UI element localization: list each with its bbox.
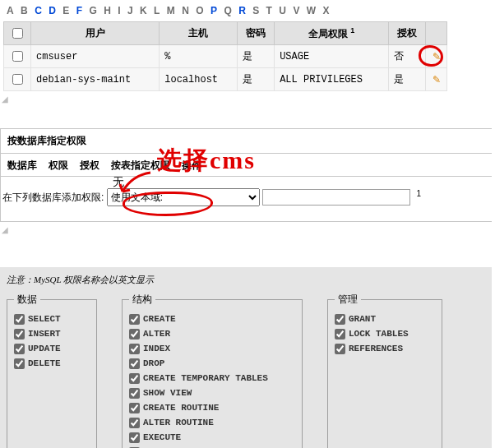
priv-item[interactable]: LOCK TABLES <box>335 326 433 341</box>
db-priv-section: 按数据库指定权限 数据库权限授权按表指定权限操作 无 在下列数据库添加权限: 使… <box>0 128 492 222</box>
alphabet-letter-e: E <box>62 5 69 16</box>
cell-password: 是 <box>238 45 275 68</box>
cell-password: 是 <box>238 68 275 91</box>
table-row: cmsuser%是USAGE否✎ <box>4 45 447 68</box>
alphabet-letter-l: L <box>154 5 160 16</box>
priv-group-data: 数据SELECTINSERTUPDATEDELETE <box>7 293 97 448</box>
db-priv-tab[interactable]: 授权 <box>80 159 99 173</box>
alphabet-letter-p[interactable]: P <box>210 5 217 16</box>
priv-checkbox[interactable] <box>335 314 345 325</box>
priv-item[interactable]: EXECUTE <box>129 430 294 445</box>
cell-user: cmsuser <box>31 45 160 68</box>
users-header-global: 全局权限 1 <box>275 22 389 45</box>
row-checkbox[interactable] <box>12 74 23 85</box>
priv-item[interactable]: GRANT <box>335 312 433 326</box>
priv-label: CREATE ROUTINE <box>143 400 219 415</box>
alphabet-letter-b: B <box>21 5 28 16</box>
priv-label: REFERENCES <box>349 341 403 356</box>
alphabet-letter-w: W <box>307 5 316 16</box>
db-priv-select[interactable]: 使用文本域: <box>107 188 260 206</box>
db-priv-tab[interactable]: 数据库 <box>7 159 37 173</box>
priv-label: EXECUTE <box>143 430 181 445</box>
priv-item[interactable]: SHOW VIEW <box>129 386 294 400</box>
priv-checkbox[interactable] <box>14 314 25 325</box>
edit-icon[interactable]: ✎ <box>433 74 441 85</box>
alphabet-letter-m: M <box>167 5 175 16</box>
cell-host: localhost <box>160 68 238 91</box>
alphabet-letter-x: X <box>323 5 330 16</box>
alphabet-letter-f[interactable]: F <box>76 5 82 16</box>
db-priv-text-input[interactable] <box>262 189 410 206</box>
db-priv-tab[interactable]: 权限 <box>49 159 68 173</box>
priv-label: DELETE <box>28 356 61 371</box>
users-header-select <box>4 22 31 45</box>
priv-checkbox[interactable] <box>129 314 140 325</box>
db-priv-add-label: 在下列数据库添加权限: <box>1 191 104 205</box>
priv-group-title: 数据 <box>14 293 40 307</box>
priv-checkbox[interactable] <box>14 344 25 354</box>
priv-label: ALTER ROUTINE <box>143 415 214 430</box>
db-priv-tab[interactable]: 操作 <box>182 159 201 173</box>
priv-checkbox[interactable] <box>129 403 140 413</box>
priv-checkbox[interactable] <box>129 358 140 369</box>
cell-grant: 是 <box>388 68 425 91</box>
priv-checkbox[interactable] <box>129 329 140 339</box>
row-checkbox[interactable] <box>12 51 23 62</box>
priv-group-struct: 结构CREATEALTERINDEXDROPCREATE TEMPORARY T… <box>122 293 303 448</box>
drag-handle-icon: ◢ <box>0 91 495 104</box>
cell-user: debian-sys-maint <box>31 68 160 91</box>
priv-item[interactable]: ALTER <box>129 326 294 341</box>
priv-checkbox[interactable] <box>335 329 345 339</box>
priv-item[interactable]: INDEX <box>129 341 294 356</box>
priv-label: LOCK TABLES <box>349 326 409 341</box>
alphabet-letter-h: H <box>104 5 111 16</box>
alphabet-nav: ABCDEFGHIJKLMNOPQRSTUVWX <box>0 3 495 21</box>
priv-item[interactable]: ALTER ROUTINE <box>129 415 294 430</box>
alphabet-letter-q: Q <box>224 5 231 16</box>
db-priv-tab[interactable]: 按表指定权限 <box>111 159 170 173</box>
priv-item[interactable]: CREATE <box>129 312 294 326</box>
priv-label: GRANT <box>349 312 376 326</box>
priv-checkbox[interactable] <box>129 373 140 384</box>
alphabet-letter-u: U <box>279 5 286 16</box>
alphabet-letter-r[interactable]: R <box>238 5 246 16</box>
db-priv-tabs: 数据库权限授权按表指定权限操作 <box>1 154 492 177</box>
db-priv-footnote: 1 <box>416 189 421 198</box>
priv-label: SELECT <box>28 312 61 326</box>
priv-item[interactable]: INSERT <box>14 326 88 341</box>
alphabet-letter-n: N <box>182 5 189 16</box>
priv-checkbox[interactable] <box>129 432 140 443</box>
alphabet-letter-d[interactable]: D <box>49 5 56 16</box>
priv-checkbox[interactable] <box>129 344 140 354</box>
select-all-checkbox[interactable] <box>12 28 23 39</box>
alphabet-letter-c[interactable]: C <box>35 5 42 16</box>
priv-item[interactable]: UPDATE <box>14 341 88 356</box>
edit-icon[interactable]: ✎ <box>433 51 441 62</box>
users-header-host: 主机 <box>160 22 238 45</box>
priv-item[interactable]: REFERENCES <box>335 341 433 356</box>
priv-label: CREATE <box>143 312 176 326</box>
priv-item[interactable]: SELECT <box>14 312 88 326</box>
priv-checkbox[interactable] <box>14 358 25 369</box>
privileges-section: 注意：MySQL 权限名称会以英文显示 数据SELECTINSERTUPDATE… <box>0 267 492 448</box>
priv-checkbox[interactable] <box>129 388 140 399</box>
priv-checkbox[interactable] <box>129 418 140 428</box>
table-row: debian-sys-maintlocalhost是ALL PRIVILEGES… <box>4 68 447 91</box>
priv-label: UPDATE <box>28 341 61 356</box>
alphabet-letter-s: S <box>252 5 259 16</box>
priv-label: DROP <box>143 356 164 371</box>
cell-privileges: USAGE <box>275 45 389 68</box>
cell-host: % <box>160 45 238 68</box>
priv-group-title: 结构 <box>129 293 155 307</box>
priv-checkbox[interactable] <box>14 329 25 339</box>
drag-handle-icon-2: ◢ <box>0 222 495 234</box>
priv-item[interactable]: CREATE ROUTINE <box>129 400 294 415</box>
priv-item[interactable]: CREATE TEMPORARY TABLES <box>129 371 294 386</box>
priv-item[interactable]: CREATE VIEW <box>129 445 294 448</box>
priv-label: CREATE TEMPORARY TABLES <box>143 371 268 386</box>
priv-item[interactable]: DELETE <box>14 356 88 371</box>
priv-checkbox[interactable] <box>335 344 345 354</box>
cell-privileges: ALL PRIVILEGES <box>275 68 389 91</box>
priv-item[interactable]: DROP <box>129 356 294 371</box>
privileges-note: 注意：MySQL 权限名称会以英文显示 <box>7 274 485 286</box>
